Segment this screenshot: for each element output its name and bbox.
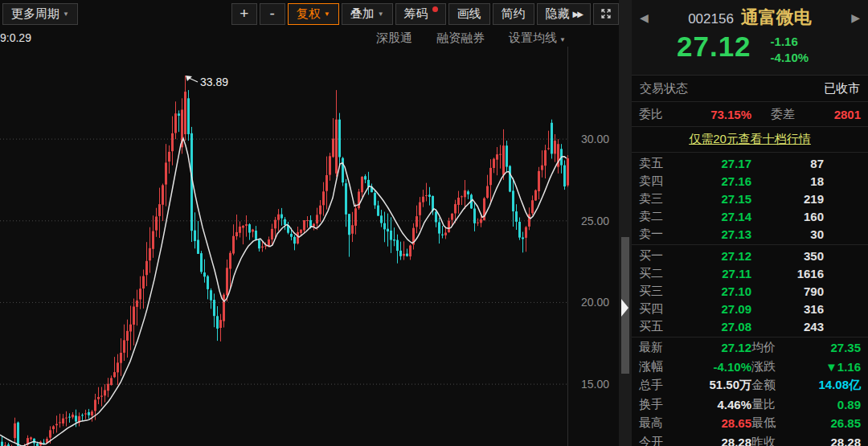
stat-label: 最高 [639,415,675,431]
ask-price: 27.15 [675,192,751,206]
next-stock-arrow[interactable]: ▶ [851,11,860,24]
chevron-down-icon: ▼ [324,10,330,18]
weibi-row: 委比 73.15% 委差 2801 [632,102,868,127]
double-right-arrow-icon: ▶▶ [573,10,582,18]
last-price: 27.12 [677,32,751,60]
fullscreen-button[interactable] [593,3,619,25]
draw-line-button[interactable]: 画线 [448,3,490,25]
pane-splitter[interactable] [619,0,632,446]
event-marker-row[interactable] [2,50,567,63]
bid-volume: 350 [751,249,824,263]
stat-label: 最低 [751,415,800,431]
more-periods-label: 更多周期 [11,6,59,22]
ask-row[interactable]: 卖五 27.17 87 [632,154,868,172]
prev-stock-arrow[interactable]: ◀ [640,11,649,24]
stat-value: 14.08亿 [800,378,861,393]
bid-level-label: 买一 [639,248,675,264]
stat-label: 最新 [639,340,675,355]
stat-label: 涨跌 [751,359,800,374]
stat-value: 51.50万 [675,378,751,393]
chips-label: 筹码 [404,6,428,22]
ask-volume: 30 [751,227,824,241]
subbar-links: 深股通 融资融券 设置均线▼ [376,31,566,46]
stat-value: 27.35 [800,341,861,354]
stat-label: 涨幅 [639,359,675,374]
bid-price: 27.10 [675,284,751,298]
chips-button[interactable]: 筹码 [395,3,446,25]
hide-label: 隐藏 [546,6,570,22]
stat-label: 总手 [639,378,675,393]
ask-level-label: 卖五 [639,156,675,171]
weibi-value: 73.15% [675,108,751,121]
stat-value: -4.10% [675,360,751,374]
zoom-in-button[interactable]: + [231,3,257,25]
bid-row[interactable]: 买二 27.11 1616 [632,264,868,282]
bid-row[interactable]: 买四 27.09 316 [632,300,868,317]
ask-volume: 160 [751,210,824,223]
szhk-link[interactable]: 深股通 [376,31,412,46]
zoom-out-button[interactable]: - [260,3,285,25]
svg-text:33.89: 33.89 [200,76,228,88]
kline-chart[interactable]: 30.0025.0020.0015.0033.89 [0,0,619,446]
chart-subbar: 9:0.29 深股通 融资融券 设置均线▼ [0,29,619,47]
bid-price: 27.11 [675,267,751,280]
bid-price: 27.08 [675,320,751,333]
quote-header: ◀ 002156 通富微电 ▶ 27.12 -1.16 -4.10% [632,0,868,76]
more-periods-button[interactable]: 更多周期 ▼ [2,3,78,25]
ask-row[interactable]: 卖三 27.15 219 [632,190,868,207]
bid-level-label: 买三 [639,284,675,299]
stat-value: 26.85 [800,416,861,430]
bid-level-label: 买二 [639,266,675,281]
promo-row: 仅需20元查看十档行情 [632,127,868,153]
trade-status-value: 已收市 [824,81,860,96]
svg-text:25.00: 25.00 [581,215,609,227]
stat-value: ▼1.16 [800,360,861,374]
collapse-handle-icon[interactable] [621,299,628,317]
overlay-button[interactable]: 叠加 ▼ [342,3,393,25]
stats-grid: 最新 27.12 均价 27.35 涨幅 -4.10% 涨跌 ▼1.16 总手 … [632,338,868,446]
bid-row[interactable]: 买三 27.10 790 [632,282,868,300]
stock-name: 通富微电 [741,6,812,30]
hide-panel-button[interactable]: 隐藏 ▶▶ [537,3,591,25]
weibi-label: 委比 [639,107,675,122]
ask-price: 27.17 [675,157,751,170]
ask-row[interactable]: 卖四 27.16 18 [632,172,868,190]
stat-label: 均价 [751,340,800,355]
margin-trading-link[interactable]: 融资融券 [436,31,485,46]
stat-value: 0.89 [800,398,861,411]
chevron-down-icon: ▼ [378,10,384,18]
ask-level-label: 卖四 [639,174,675,189]
bid-volume: 790 [751,284,824,298]
ask-volume: 219 [751,192,824,206]
stat-value: 28.28 [800,436,861,446]
ask-row[interactable]: 卖二 27.14 160 [632,207,868,225]
ask-price: 27.16 [675,174,751,188]
svg-text:15.00: 15.00 [581,378,609,391]
ask-row[interactable]: 卖一 27.13 30 [632,225,868,243]
fuquan-button[interactable]: 复权 ▼ [288,3,339,25]
simple-mode-button[interactable]: 简约 [493,3,534,25]
expand-arrows-icon [600,7,612,20]
ask-price: 27.14 [675,210,751,223]
stat-label: 换手 [639,397,675,412]
bid-row[interactable]: 买一 27.12 350 [632,247,868,264]
weicha-label: 委差 [751,107,800,122]
level2-promo-link[interactable]: 仅需20元查看十档行情 [689,132,811,147]
ma-legend-partial: 9:0.29 [0,31,31,44]
red-dot-badge [432,6,438,12]
bid-book: 买一 27.12 350 买二 27.11 1616 买三 27.10 790 … [632,245,868,338]
ma-setting-link[interactable]: 设置均线▼ [509,31,566,46]
overlay-label: 叠加 [350,6,375,22]
stat-value: 4.46% [675,398,751,411]
bid-volume: 1616 [751,267,824,280]
bid-row[interactable]: 买五 27.08 243 [632,317,868,335]
fuquan-label: 复权 [297,6,321,22]
ask-level-label: 卖二 [639,209,675,224]
bid-level-label: 买五 [639,319,675,334]
ask-level-label: 卖一 [639,227,675,242]
stock-identity: 002156 通富微电 [649,6,851,30]
chart-toolbar: 更多周期 ▼ + - 复权 ▼ 叠加 ▼ 筹码 画线 简约 [0,0,619,27]
svg-text:30.00: 30.00 [581,133,609,145]
ma-setting-label: 设置均线 [509,31,557,44]
quote-panel: ◀ 002156 通富微电 ▶ 27.12 -1.16 -4.10% 交易状态 … [632,0,868,446]
